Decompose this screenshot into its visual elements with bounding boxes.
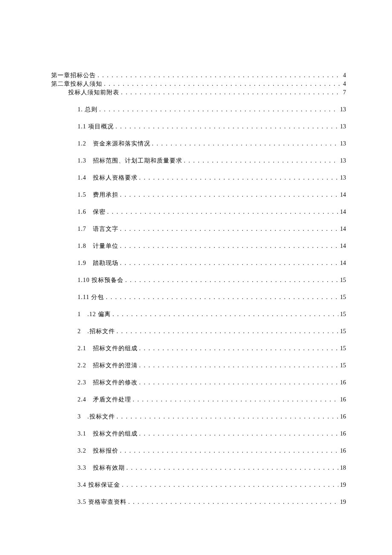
toc-leader-dots — [120, 243, 339, 249]
toc-label: 2.4 矛盾文件处理 — [78, 397, 131, 403]
toc-entry: 2.1 招标文件的组成15 — [51, 346, 346, 352]
toc-entry: 1.3 招标范围、计划工期和质量要求13 — [51, 158, 346, 164]
toc-leader-dots — [184, 158, 339, 164]
toc-leader-dots — [120, 192, 339, 198]
toc-label: 3.5 资格审查资料 — [78, 499, 127, 505]
toc-page-number: 14 — [340, 226, 346, 232]
toc-page-number: 13 — [340, 175, 346, 181]
toc-page-number: 16 — [340, 397, 346, 403]
toc-label: 1.3 招标范围、计划工期和质量要求 — [78, 158, 182, 164]
toc-label: 1 .12 偏离 — [78, 311, 111, 317]
toc-label: 2.2 招标文件的澄清 — [78, 363, 138, 369]
toc-label: 3 .投标文件 — [78, 414, 115, 420]
toc-label: 1.7 语言文字 — [78, 226, 118, 232]
toc-leader-dots — [128, 499, 338, 505]
toc-entry: 3.5 资格审查资料19 — [51, 499, 346, 505]
toc-label: 3.4 投标保证金 — [78, 482, 120, 488]
toc-label: 1.4 投标人资格要求 — [78, 175, 138, 181]
toc-page-number: 13 — [340, 107, 346, 113]
toc-page-number: 14 — [340, 192, 346, 198]
toc-entry: 1.9 踏勘现场14 — [51, 260, 346, 266]
toc-entry: 2 .招标文件15 — [51, 328, 346, 334]
toc-entry: 1.10 投标预备会15 — [51, 277, 346, 283]
toc-page-number: 14 — [340, 243, 346, 249]
toc-label: 1.8 计量单位 — [78, 243, 118, 249]
toc-entry: 2.3 招标文件的修改16 — [51, 380, 346, 386]
toc-label: 3.3 投标有效期 — [78, 465, 125, 471]
toc-entry: 第二章投标人须知4 — [51, 81, 346, 87]
toc-entry: 1.11 分包15 — [51, 294, 346, 300]
toc-entry: 2.4 矛盾文件处理16 — [51, 397, 346, 403]
toc-page-number: 18 — [340, 465, 346, 471]
toc-leader-dots — [121, 90, 341, 96]
toc-label: 1.6 保密 — [78, 209, 106, 215]
toc-label: 2.1 招标文件的组成 — [78, 346, 138, 352]
toc-label: 投标人须知前附表 — [68, 90, 119, 96]
toc-leader-dots — [139, 431, 339, 437]
toc-leader-dots — [98, 73, 341, 78]
toc-entry: 1 .12 偏离15 — [51, 311, 346, 317]
toc-entry: 1.1 项目概况13 — [51, 124, 346, 130]
toc-page-number: 16 — [340, 380, 346, 386]
toc-page-number: 14 — [340, 260, 346, 266]
toc-entry: 3 .投标文件16 — [51, 414, 346, 420]
toc-leader-dots — [139, 175, 339, 181]
toc-leader-dots — [117, 328, 339, 334]
toc-entry: 1.4 投标人资格要求13 — [51, 175, 346, 181]
toc-label: 1.10 投标预备会 — [78, 277, 124, 283]
toc-label: 3.1 投标文件的组成 — [78, 431, 138, 437]
toc-page-number: 15 — [340, 346, 346, 352]
toc-entry: 3.1 投标文件的组成16 — [51, 431, 346, 437]
toc-leader-dots — [99, 107, 338, 113]
toc-label: 第二章投标人须知 — [51, 81, 102, 87]
toc-leader-dots — [120, 448, 339, 454]
toc-entry: 1. 总则13 — [51, 107, 346, 113]
toc-label: 1.11 分包 — [78, 294, 104, 300]
toc-label: 1.5 费用承担 — [78, 192, 118, 198]
toc-leader-dots — [127, 465, 339, 471]
toc-label: 1.2 资金来源和落实情况 — [78, 141, 150, 147]
toc-page-number: 15 — [340, 294, 346, 300]
toc-leader-dots — [120, 226, 339, 232]
toc-page-number: 15 — [340, 328, 346, 334]
toc-entry: 3.2 投标报价16 — [51, 448, 346, 454]
toc-page-number: 16 — [340, 414, 346, 420]
toc-leader-dots — [139, 363, 339, 369]
toc-leader-dots — [106, 294, 338, 300]
toc-page-number: 16 — [340, 448, 346, 454]
toc-page-number: 15 — [340, 363, 346, 369]
toc-page-number: 4 — [343, 73, 346, 78]
toc-leader-dots — [122, 482, 338, 488]
toc-entry: 1.7 语言文字14 — [51, 226, 346, 232]
toc-label: 3.2 投标报价 — [78, 448, 118, 454]
toc-main-block: 1. 总则131.1 项目概况131.2 资金来源和落实情况131.3 招标范围… — [51, 107, 346, 505]
toc-entry: 1.2 资金来源和落实情况13 — [51, 141, 346, 147]
toc-entry: 投标人须知前附表7 — [51, 90, 346, 96]
toc-entry: 第一章招标公告4 — [51, 73, 346, 78]
toc-label: 1. 总则 — [78, 107, 98, 113]
toc-page-number: 19 — [340, 482, 346, 488]
toc-leader-dots — [139, 380, 339, 386]
toc-page-number: 15 — [340, 277, 346, 283]
toc-page-number: 19 — [340, 499, 346, 505]
toc-leader-dots — [107, 209, 339, 215]
toc-page-number: 13 — [340, 124, 346, 130]
toc-leader-dots — [115, 124, 338, 130]
toc-entry: 1.5 费用承担14 — [51, 192, 346, 198]
toc-page-number: 13 — [340, 141, 346, 147]
toc-page: 第一章招标公告4第二章投标人须知4投标人须知前附表7 1. 总则131.1 项目… — [0, 0, 392, 548]
toc-leader-dots — [117, 414, 339, 420]
toc-entry: 1.8 计量单位14 — [51, 243, 346, 249]
toc-label: 第一章招标公告 — [51, 73, 96, 78]
toc-leader-dots — [152, 141, 339, 147]
toc-page-number: 7 — [343, 90, 346, 96]
toc-page-number: 15 — [340, 311, 346, 317]
toc-leader-dots — [112, 311, 338, 317]
toc-label: 1.1 项目概况 — [78, 124, 114, 130]
toc-leader-dots — [104, 81, 341, 87]
toc-page-number: 16 — [340, 431, 346, 437]
toc-entry: 2.2 招标文件的澄清15 — [51, 363, 346, 369]
toc-entry: 1.6 保密14 — [51, 209, 346, 215]
toc-entry: 3.4 投标保证金19 — [51, 482, 346, 488]
toc-label: 2 .招标文件 — [78, 328, 115, 334]
